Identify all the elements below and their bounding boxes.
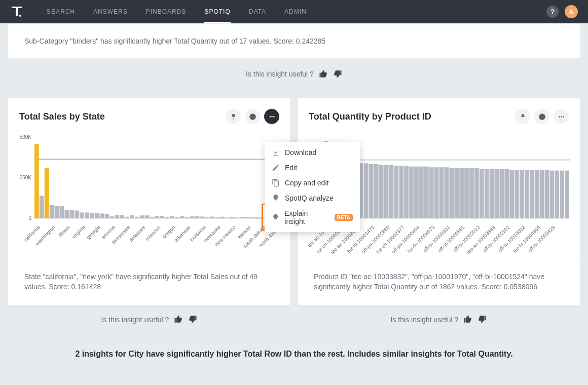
chart-bar[interactable] (545, 170, 549, 218)
more-actions-button[interactable] (554, 109, 569, 124)
chart-bar[interactable] (454, 168, 459, 218)
chart-bar[interactable] (449, 168, 454, 218)
chart-bar[interactable] (140, 215, 144, 218)
chart-bar[interactable] (90, 213, 94, 218)
pin-button[interactable] (226, 109, 241, 124)
chart-bar[interactable] (165, 217, 169, 218)
chart-bar[interactable] (555, 171, 559, 218)
menu-item-copy-and-edit[interactable]: Copy and edit (265, 175, 360, 190)
chart-bar[interactable] (160, 216, 164, 218)
chart-bar[interactable] (210, 216, 214, 218)
logo[interactable] (10, 5, 23, 18)
chart-bar[interactable] (190, 216, 195, 218)
chart-bar[interactable] (250, 217, 255, 218)
thumbs-up-icon[interactable] (174, 315, 183, 325)
chart-bar[interactable] (379, 165, 384, 218)
more-actions-button[interactable] (264, 109, 279, 124)
chart-bar[interactable] (230, 217, 235, 218)
chart-bar[interactable] (404, 166, 409, 218)
chart-bar[interactable] (225, 217, 230, 218)
chart-bar[interactable] (200, 216, 205, 218)
chart-bar[interactable] (255, 217, 260, 218)
chart-bar[interactable] (369, 164, 374, 218)
chart-bar[interactable] (109, 216, 114, 218)
chart-bar[interactable] (525, 170, 529, 218)
thumbs-up-icon[interactable] (463, 315, 472, 325)
chart-bar[interactable] (549, 171, 554, 218)
chart-bar[interactable] (120, 215, 124, 218)
chart-bar[interactable] (535, 170, 539, 218)
chart-bar[interactable] (399, 166, 403, 218)
nav-item-answers[interactable]: ANSWERS (84, 0, 137, 23)
chart-bar[interactable] (424, 167, 429, 218)
chart-bar[interactable] (520, 170, 524, 218)
thumbs-up-icon[interactable] (319, 69, 328, 79)
nav-item-spotiq[interactable]: SPOTIQ (195, 0, 239, 23)
chart-bar[interactable] (429, 167, 434, 218)
chart-bar[interactable] (260, 217, 265, 218)
chart-bar[interactable] (364, 163, 369, 218)
chart-bar[interactable] (394, 166, 399, 218)
chart-bar[interactable] (64, 210, 69, 218)
pin-button[interactable] (515, 109, 530, 124)
chart-bar[interactable] (565, 171, 569, 218)
chart-bar[interactable] (384, 165, 389, 218)
chart-bar[interactable] (445, 167, 449, 218)
chart-bar[interactable] (439, 167, 444, 218)
chart-bar[interactable] (100, 213, 104, 218)
chart-bar[interactable] (560, 171, 564, 218)
nav-item-data[interactable]: DATA (240, 0, 275, 23)
thumbs-down-icon[interactable] (333, 69, 342, 79)
chart-bar[interactable] (530, 170, 534, 218)
chart-bar[interactable] (514, 170, 519, 218)
chart-bar[interactable] (480, 169, 484, 218)
chart-bar[interactable] (504, 169, 509, 218)
chart-bar[interactable] (205, 217, 210, 218)
chart-bar[interactable] (150, 217, 155, 218)
chart-bar[interactable] (469, 168, 474, 218)
chart-bar[interactable] (170, 216, 174, 218)
chart-bar[interactable] (215, 217, 219, 218)
chart-bar[interactable] (69, 210, 74, 218)
menu-item-explain-insight[interactable]: Explain insightBETA (265, 206, 360, 229)
chart-bar[interactable] (125, 217, 129, 218)
menu-item-download[interactable]: Download (265, 145, 360, 160)
info-button[interactable] (534, 109, 549, 124)
chart-bar[interactable] (80, 212, 84, 218)
thumbs-down-icon[interactable] (477, 315, 487, 325)
chart-bar[interactable] (50, 205, 54, 218)
chart-bar[interactable] (509, 170, 514, 218)
chart-bar[interactable] (195, 216, 200, 218)
chart-bar[interactable] (75, 211, 79, 218)
chart-bar[interactable] (145, 215, 150, 218)
chart-bar[interactable] (95, 213, 99, 218)
chart-bar[interactable] (45, 168, 49, 218)
chart-bar[interactable] (85, 212, 89, 218)
chart-bar[interactable] (374, 164, 379, 218)
nav-item-search[interactable]: SEARCH (38, 0, 84, 23)
chart-bar[interactable] (55, 206, 59, 218)
nav-item-pinboards[interactable]: PINBOARDS (137, 0, 196, 23)
chart-bar[interactable] (485, 169, 489, 218)
chart-bar[interactable] (155, 216, 160, 218)
chart-bar[interactable] (34, 144, 39, 218)
chart-bar[interactable] (59, 206, 64, 218)
chart-bar[interactable] (180, 216, 185, 218)
chart-bar[interactable] (499, 169, 504, 218)
chart-bar[interactable] (175, 217, 179, 218)
chart-bar[interactable] (495, 169, 499, 218)
chart-bar[interactable] (240, 217, 245, 218)
chart-bar[interactable] (464, 168, 469, 218)
chart-bar[interactable] (135, 217, 139, 218)
thumbs-down-icon[interactable] (188, 315, 197, 325)
chart-bar[interactable] (389, 165, 394, 218)
chart-bar[interactable] (235, 217, 240, 218)
chart-bar[interactable] (474, 168, 479, 218)
chart-bar[interactable] (409, 167, 414, 218)
chart-bar[interactable] (115, 215, 119, 218)
info-button[interactable] (245, 109, 260, 124)
avatar[interactable]: A (565, 5, 578, 18)
chart-bar[interactable] (105, 214, 109, 218)
chart-bar[interactable] (434, 167, 439, 218)
nav-item-admin[interactable]: ADMIN (275, 0, 316, 23)
